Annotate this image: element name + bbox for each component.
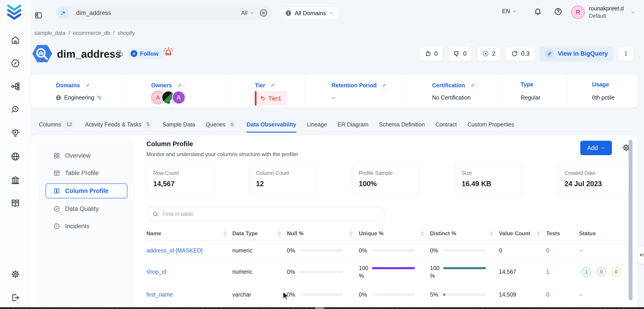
- find-in-table-input[interactable]: [162, 211, 379, 218]
- edit-certification-button[interactable]: [468, 81, 477, 89]
- tab-er-diagram[interactable]: ER Diagram: [338, 117, 368, 133]
- table-row: shop_id numeric 0% 100 % 100 % 14,567 1 …: [146, 261, 630, 283]
- tab-custom-properties[interactable]: Custom Properties: [467, 117, 514, 133]
- version-button[interactable]: 0.3: [506, 46, 535, 61]
- content-scrollbar-thumb[interactable]: [629, 140, 632, 300]
- tag-icon: [260, 96, 266, 101]
- find-in-table-search[interactable]: [146, 207, 385, 221]
- edit-owners-button[interactable]: [175, 81, 184, 89]
- tab-data-observability[interactable]: Data Observability: [246, 117, 296, 133]
- sort-null[interactable]: [350, 231, 353, 236]
- domains-globe-icon[interactable]: [10, 152, 20, 161]
- edit-retention-button[interactable]: [380, 81, 389, 89]
- summary-card-row-count: Row Count14,567: [146, 164, 214, 195]
- meta-type: Type Regular: [498, 75, 568, 107]
- govern-bank-icon[interactable]: [10, 175, 20, 185]
- sort-distinct[interactable]: [490, 231, 493, 236]
- tab-schema-definition[interactable]: Schema Definition: [379, 117, 425, 133]
- meta-retention: Retention Period --: [305, 75, 407, 107]
- column-link[interactable]: shop_id: [146, 268, 232, 275]
- home-icon[interactable]: [10, 35, 20, 45]
- explore-compass-icon[interactable]: [10, 59, 20, 68]
- domain-value[interactable]: Engineering: [64, 94, 94, 101]
- tier-tag[interactable]: Tier1: [255, 91, 287, 106]
- subdomain-icon: [97, 96, 102, 100]
- tests-link[interactable]: 0: [544, 247, 577, 254]
- nav-item-incidents[interactable]: Incidents: [46, 219, 128, 233]
- tests-link[interactable]: 1: [544, 268, 577, 275]
- circle-dot-icon: [482, 50, 489, 57]
- entity-metadata-panel: Domains Engineering Owners AA Tier: [30, 75, 638, 107]
- side-panel-expand-handle[interactable]: [638, 246, 644, 264]
- view-in-source-button[interactable]: View in BigQuery: [540, 46, 613, 61]
- domain-filter-dropdown[interactable]: All Domains: [280, 7, 340, 20]
- follow-button[interactable]: ★ Follow: [128, 48, 163, 59]
- tab-activity-feeds[interactable]: Activity Feeds & Tasks5: [85, 117, 152, 133]
- tab-sample-data[interactable]: Sample Data: [162, 117, 195, 133]
- breadcrumb-service[interactable]: sample_data: [34, 30, 65, 36]
- column-link[interactable]: first_name: [146, 291, 232, 298]
- help-question-icon[interactable]: [554, 8, 562, 16]
- user-avatar[interactable]: R: [571, 6, 585, 19]
- clear-search-icon[interactable]: [259, 9, 268, 17]
- glossary-book-icon[interactable]: [10, 198, 20, 208]
- profiler-sub-nav: Overview Table Profile Column Profile Da…: [39, 141, 134, 309]
- upvote-button[interactable]: 0: [419, 46, 443, 61]
- openmetadata-logo[interactable]: [6, 4, 23, 20]
- discovery-search-icon[interactable]: [10, 105, 20, 114]
- column-link[interactable]: address_id [MASKED]: [146, 247, 232, 254]
- status-aborted-badge: 0: [597, 267, 606, 276]
- status-success-badge: 1: [582, 267, 591, 276]
- thumbs-up-icon: [424, 50, 431, 57]
- data-observability-panel: Overview Table Profile Column Profile Da…: [30, 135, 638, 309]
- status-empty: --: [577, 291, 630, 298]
- search-query-text[interactable]: dim_address: [76, 10, 241, 17]
- sidebar-toggle-icon[interactable]: [34, 11, 42, 20]
- sort-data-type[interactable]: [278, 231, 281, 236]
- logout-icon[interactable]: [10, 293, 20, 302]
- more-actions-button[interactable]: [618, 46, 634, 61]
- chevron-down-icon: [601, 146, 605, 150]
- downvote-button[interactable]: 0: [448, 46, 472, 61]
- insights-bulb-icon[interactable]: [10, 128, 20, 138]
- user-menu[interactable]: R rounakpreet.d Default: [571, 5, 636, 19]
- column-profile-icon: [53, 187, 60, 194]
- nav-item-table-profile[interactable]: Table Profile: [46, 166, 128, 180]
- tests-link[interactable]: 0: [544, 291, 577, 298]
- nav-item-overview[interactable]: Overview: [46, 149, 128, 163]
- sort-name[interactable]: [223, 231, 226, 236]
- nav-item-column-profile[interactable]: Column Profile: [46, 183, 128, 198]
- overview-grid-icon: [53, 152, 60, 159]
- profile-summary-cards: Row Count14,567 Column Count12 Profile S…: [146, 164, 630, 195]
- owner-avatar-3[interactable]: A: [172, 91, 186, 104]
- add-button[interactable]: Add: [580, 141, 612, 155]
- tab-lineage[interactable]: Lineage: [307, 117, 327, 133]
- nav-item-data-quality[interactable]: Data Quality: [46, 202, 128, 216]
- edit-domains-button[interactable]: [83, 81, 92, 89]
- summary-card-profile-sample: Profile Sample100%: [352, 164, 420, 195]
- settings-gear-icon[interactable]: [10, 269, 20, 279]
- watchers-button[interactable]: 2: [477, 46, 501, 61]
- tab-contract[interactable]: Contract: [436, 117, 457, 133]
- tab-queries[interactable]: Queries0: [206, 117, 236, 133]
- sort-unique[interactable]: [421, 231, 424, 236]
- notifications-bell-icon[interactable]: [534, 8, 542, 16]
- breadcrumb-database[interactable]: ecommerce_db: [73, 30, 110, 36]
- announcement-siren-icon[interactable]: [163, 47, 174, 57]
- copy-name-icon[interactable]: [116, 50, 124, 57]
- language-selector[interactable]: EN: [502, 8, 517, 15]
- edit-tier-button[interactable]: [268, 81, 277, 89]
- sort-value-count[interactable]: [537, 231, 540, 236]
- type-label: Type: [520, 81, 534, 88]
- lineage-flow-icon[interactable]: [10, 82, 20, 91]
- domain-filter-label: All Domains: [295, 10, 326, 17]
- global-search-bar[interactable]: dim_address All: [56, 6, 272, 20]
- table-profile-icon: [53, 170, 60, 176]
- search-scope-dropdown[interactable]: All: [241, 10, 254, 16]
- table-row: first_name varchar 0% 0% 5% 14,509 0 --: [146, 283, 630, 306]
- breadcrumb-schema[interactable]: shopify: [118, 30, 135, 36]
- distinct-progress-bar: [443, 249, 486, 251]
- tab-columns[interactable]: Columns12: [39, 117, 74, 133]
- meta-usage: Usage 0th pctile: [568, 75, 638, 107]
- summary-card-column-count: Column Count12: [249, 164, 317, 195]
